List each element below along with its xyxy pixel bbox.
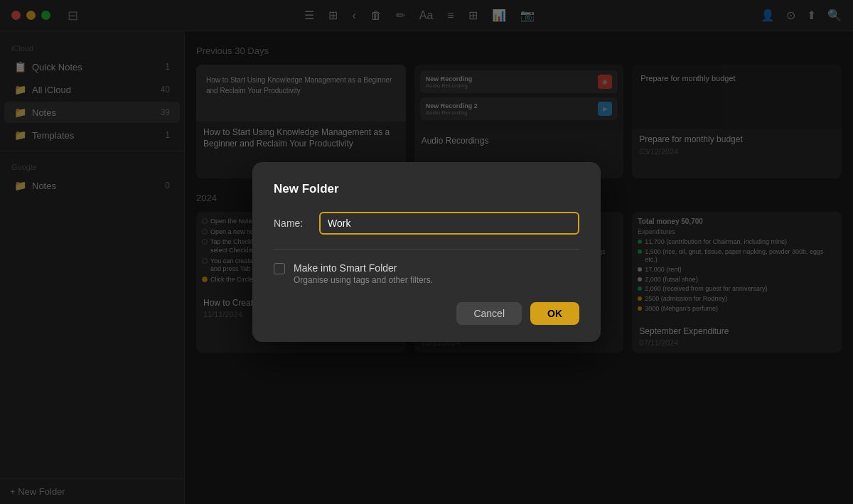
- dialog-divider: [274, 249, 579, 250]
- smart-folder-text: Make into Smart Folder Organise using ta…: [294, 262, 433, 285]
- dialog-title: New Folder: [274, 182, 579, 196]
- smart-folder-desc: Organise using tags and other filters.: [294, 275, 433, 285]
- dialog-smart-folder: Make into Smart Folder Organise using ta…: [274, 262, 579, 285]
- smart-folder-title: Make into Smart Folder: [294, 262, 433, 274]
- dialog-name-label: Name:: [274, 218, 309, 229]
- cancel-button[interactable]: Cancel: [456, 302, 522, 325]
- dialog-name-input[interactable]: [319, 212, 579, 235]
- ok-button[interactable]: OK: [530, 302, 579, 325]
- dialog-name-field: Name:: [274, 212, 579, 235]
- dialog-overlay: New Folder Name: Make into Smart Folder …: [0, 0, 853, 504]
- dialog-actions: Cancel OK: [274, 302, 579, 325]
- new-folder-dialog: New Folder Name: Make into Smart Folder …: [252, 162, 601, 342]
- smart-folder-checkbox[interactable]: [274, 263, 285, 274]
